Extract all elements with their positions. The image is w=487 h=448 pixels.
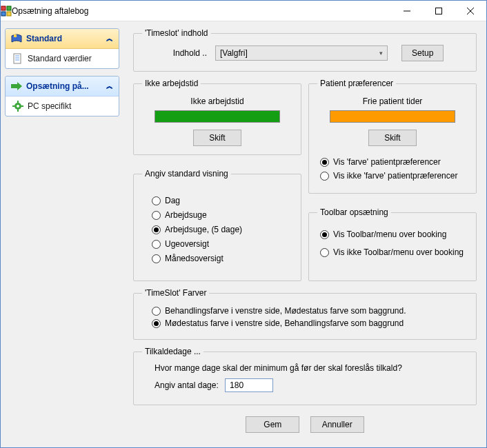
svg-rect-19 [12, 105, 14, 107]
radio-label: Mødestatus farve i venstre side, Behandl… [165, 318, 404, 328]
sidebar-group-standard-title: Standard [26, 34, 62, 43]
radio-label: Vis 'farve' patientpræferencer [333, 157, 441, 167]
cancel-button[interactable]: Annuller [310, 416, 364, 433]
sidebar-group-setup-header[interactable]: Opsætning på... ︽ [6, 77, 119, 96]
svg-rect-20 [21, 105, 23, 107]
radio-icon [320, 248, 329, 257]
radio-label: Arbejdsuge, (5 dage) [165, 225, 242, 234]
toolbar-opt1[interactable]: Vis Toolbar/menu over booking [320, 230, 465, 239]
radio-icon [320, 172, 329, 181]
colors-opt1[interactable]: Behandlingsfarve i venstre side, Mødesta… [152, 306, 468, 316]
radio-icon [152, 254, 161, 263]
patient-pref-color-swatch [330, 110, 455, 123]
default-view-option[interactable]: Dag [152, 196, 292, 205]
default-view-option[interactable]: Arbejdsuge [152, 210, 292, 220]
sidebar-group-setup: Opsætning på... ︽ PC specifikt [5, 76, 119, 116]
radio-label: Ugeoversigt [165, 239, 209, 249]
svg-rect-3 [7, 12, 11, 16]
colors-opt2[interactable]: Mødestatus farve i venstre side, Behandl… [152, 318, 468, 328]
main-content: 'Timeslot' indhold Indhold .. [Valgfri] … [123, 21, 486, 447]
sidebar-item-label: PC specifikt [28, 101, 71, 111]
sidebar-item-standard-values[interactable]: Standard værdier [6, 49, 119, 68]
default-view-group: Angiv standard visning DagArbejdsugeArbe… [133, 169, 301, 281]
patient-pref-change-button[interactable]: Skift [368, 130, 417, 146]
default-view-option[interactable]: Ugeoversigt [152, 239, 292, 249]
svg-rect-8 [14, 34, 17, 37]
svg-rect-9 [14, 54, 21, 63]
radio-label: Vis ikke Toolbar/menu over booking [333, 247, 464, 257]
radio-label: Dag [165, 196, 180, 205]
svg-rect-18 [17, 110, 19, 112]
radio-icon [152, 211, 161, 220]
radio-label: Arbejdsuge [165, 210, 207, 220]
radio-icon [152, 240, 161, 249]
document-icon [12, 53, 23, 64]
timeslot-content-select[interactable]: [Valgfri] ▾ [215, 45, 388, 61]
svg-marker-14 [17, 82, 22, 90]
patient-pref-group: Patient præferencer Frie patient tider S… [308, 79, 477, 194]
timeslot-content-label: Indhold .. [152, 48, 207, 58]
timeslot-colors-group: 'TimeSlot' Farver Behandlingsfarve i ven… [133, 288, 477, 340]
recall-question: Hvor mange dage skal der minimum gå før … [155, 363, 465, 373]
sidebar-group-setup-title: Opsætning på... [26, 81, 89, 91]
window-minimize-button[interactable] [391, 1, 423, 21]
toolbar-opt2[interactable]: Vis ikke Toolbar/menu over booking [320, 247, 465, 257]
radio-icon [320, 230, 329, 239]
timeslot-content-group: 'Timeslot' indhold Indhold .. [Valgfri] … [133, 28, 477, 72]
chevron-up-icon: ︽ [106, 81, 113, 91]
svg-rect-1 [7, 6, 11, 10]
sidebar: Standard ︽ Standard værdier Opsætning på… [1, 21, 123, 447]
radio-label: Vis ikke 'farve' patientpræferencer [333, 171, 457, 181]
window-maximize-button[interactable] [423, 1, 455, 21]
gear-icon [12, 101, 23, 112]
radio-label: Vis Toolbar/menu over booking [333, 230, 446, 239]
app-icon [1, 6, 12, 17]
nonwork-group: Ikke arbejdstid Ikke arbejdstid Skift [133, 79, 301, 155]
svg-rect-0 [1, 6, 6, 10]
patient-pref-legend: Patient præferencer [317, 79, 396, 88]
radio-icon [152, 307, 161, 316]
chevron-down-icon: ▾ [379, 50, 383, 57]
patient-pref-opt2[interactable]: Vis ikke 'farve' patientpræferencer [320, 171, 465, 181]
app-window: Opsætning aftalebog Standard ︽ Standard … [0, 0, 487, 448]
arrow-right-icon [11, 81, 22, 92]
timeslot-colors-legend: 'TimeSlot' Farver [142, 288, 209, 298]
sidebar-group-standard-header[interactable]: Standard ︽ [6, 29, 119, 49]
patient-pref-label: Frie patient tider [317, 94, 468, 106]
recall-input-label: Angiv antal dage: [155, 380, 219, 390]
timeslot-content-legend: 'Timeslot' indhold [142, 28, 211, 38]
svg-rect-2 [1, 12, 6, 16]
timeslot-setup-button[interactable]: Setup [401, 45, 444, 61]
recall-days-input[interactable]: 180 [225, 378, 273, 392]
radio-icon [152, 225, 161, 234]
chevron-up-icon: ︽ [106, 34, 113, 43]
window-title: Opsætning aftalebog [12, 6, 391, 16]
svg-rect-13 [11, 84, 17, 88]
nonwork-color-swatch [155, 110, 280, 123]
save-button[interactable]: Gem [246, 416, 299, 433]
radio-icon [152, 196, 161, 205]
svg-rect-17 [17, 101, 19, 103]
radio-icon [152, 319, 161, 328]
radio-label: Behandlingsfarve i venstre side, Mødesta… [165, 306, 406, 316]
nonwork-label: Ikke arbejdstid [142, 94, 292, 106]
svg-point-16 [17, 105, 19, 108]
default-view-option[interactable]: Arbejdsuge, (5 dage) [152, 225, 292, 234]
window-close-button[interactable] [455, 1, 486, 21]
nonwork-legend: Ikke arbejdstid [142, 79, 201, 88]
titlebar: Opsætning aftalebog [1, 1, 486, 21]
sidebar-item-label: Standard værdier [28, 54, 92, 63]
recall-days-legend: Tilkaldedage ... [142, 347, 203, 356]
recall-days-group: Tilkaldedage ... Hvor mange dage skal de… [133, 347, 477, 405]
book-icon [11, 33, 22, 44]
default-view-option[interactable]: Månedsoversigt [152, 254, 292, 263]
nonwork-change-button[interactable]: Skift [193, 130, 241, 146]
patient-pref-opt1[interactable]: Vis 'farve' patientpræferencer [320, 157, 465, 167]
radio-label: Månedsoversigt [165, 254, 223, 263]
radio-icon [320, 158, 329, 167]
svg-rect-5 [436, 8, 442, 14]
sidebar-item-pc-specific[interactable]: PC specifikt [6, 96, 119, 116]
timeslot-content-selected: [Valgfri] [220, 48, 248, 58]
toolbar-legend: Toolbar opsætning [317, 207, 391, 217]
toolbar-group: Toolbar opsætning Vis Toolbar/menu over … [308, 207, 477, 281]
